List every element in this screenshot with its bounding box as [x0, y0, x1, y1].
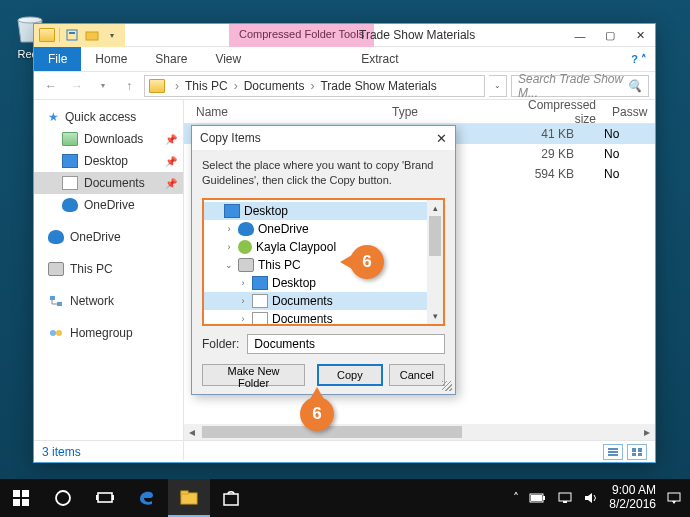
- dialog-hint: Select the place where you want to copy …: [192, 150, 455, 196]
- location-tree: Desktop ›OneDrive ›Kayla Claypool ⌄This …: [202, 198, 445, 326]
- col-name[interactable]: Name: [184, 105, 384, 119]
- ribbon-tabs: File Home Share View Extract ? ˄: [34, 47, 655, 72]
- address-dropdown[interactable]: ⌄: [489, 75, 507, 97]
- taskbar: ˄ 9:00 AM 8/2/2016: [0, 479, 690, 517]
- svg-rect-4: [50, 296, 55, 300]
- svg-point-19: [56, 491, 70, 505]
- nav-homegroup[interactable]: Homegroup: [34, 322, 183, 344]
- svg-rect-11: [632, 448, 636, 452]
- close-button[interactable]: ✕: [625, 24, 655, 47]
- tree-pc-documents2[interactable]: ›Documents: [204, 310, 443, 326]
- scroll-down-icon[interactable]: ▾: [427, 308, 443, 324]
- status-text: 3 items: [42, 445, 81, 459]
- nav-documents[interactable]: Documents📌: [34, 172, 183, 194]
- svg-rect-8: [608, 448, 618, 450]
- crumb-tradeshow[interactable]: Trade Show Materials: [320, 79, 436, 93]
- scroll-right-icon[interactable]: ▸: [639, 424, 655, 440]
- col-pass[interactable]: Passw: [604, 105, 644, 119]
- tree-scrollbar[interactable]: ▴ ▾: [427, 200, 443, 324]
- svg-rect-23: [181, 493, 197, 504]
- svg-rect-13: [632, 453, 636, 456]
- tab-file[interactable]: File: [34, 47, 81, 71]
- tray-chevron-icon[interactable]: ˄: [513, 491, 519, 505]
- tree-pc-documents[interactable]: ›Documents: [204, 292, 443, 310]
- window-title: Trade Show Materials: [359, 28, 475, 42]
- nav-onedrive-root[interactable]: OneDrive: [34, 226, 183, 248]
- scroll-up-icon[interactable]: ▴: [427, 200, 443, 216]
- svg-rect-12: [638, 448, 642, 452]
- maximize-button[interactable]: ▢: [595, 24, 625, 47]
- resize-grip-icon[interactable]: [442, 381, 452, 391]
- tree-desktop[interactable]: Desktop: [204, 202, 443, 220]
- svg-rect-17: [13, 499, 20, 506]
- search-icon: 🔍: [627, 79, 642, 93]
- svg-rect-3: [86, 32, 98, 40]
- scroll-thumb[interactable]: [202, 426, 462, 438]
- nav-desktop[interactable]: Desktop📌: [34, 150, 183, 172]
- explorer-taskbar-icon[interactable]: [168, 479, 210, 517]
- qat-newfolder-icon[interactable]: [82, 26, 102, 44]
- svg-rect-5: [57, 302, 62, 306]
- crumb-documents[interactable]: Documents: [244, 79, 305, 93]
- battery-icon[interactable]: [529, 492, 547, 504]
- cortana-button[interactable]: [42, 479, 84, 517]
- breadcrumb-bar[interactable]: › This PC › Documents › Trade Show Mater…: [144, 75, 485, 97]
- forward-button[interactable]: →: [66, 75, 88, 97]
- col-size[interactable]: Compressed size: [504, 98, 604, 126]
- taskview-button[interactable]: [84, 479, 126, 517]
- help-icon[interactable]: ? ˄: [631, 53, 647, 66]
- svg-rect-22: [112, 495, 114, 500]
- action-center-icon[interactable]: [666, 491, 682, 505]
- cancel-button[interactable]: Cancel: [389, 364, 445, 386]
- tab-view[interactable]: View: [201, 47, 255, 71]
- recent-dropdown[interactable]: ▾: [92, 75, 114, 97]
- qat-props-icon[interactable]: [62, 26, 82, 44]
- volume-icon[interactable]: [583, 491, 599, 505]
- nav-thispc[interactable]: This PC: [34, 258, 183, 280]
- horizontal-scrollbar[interactable]: ◂ ▸: [184, 424, 655, 440]
- nav-network[interactable]: Network: [34, 290, 183, 312]
- start-button[interactable]: [0, 479, 42, 517]
- tree-onedrive[interactable]: ›OneDrive: [204, 220, 443, 238]
- tab-share[interactable]: Share: [141, 47, 201, 71]
- dialog-close-button[interactable]: ✕: [436, 131, 447, 146]
- svg-rect-29: [559, 493, 571, 501]
- svg-rect-10: [608, 454, 618, 456]
- search-input[interactable]: Search Trade Show M... 🔍: [511, 75, 649, 97]
- nav-downloads[interactable]: Downloads📌: [34, 128, 183, 150]
- col-type[interactable]: Type: [384, 105, 504, 119]
- edge-icon[interactable]: [126, 479, 168, 517]
- svg-point-7: [56, 330, 62, 336]
- nav-pane: ★Quick access Downloads📌 Desktop📌 Docume…: [34, 100, 184, 460]
- qat-dropdown-icon[interactable]: ▾: [102, 26, 122, 44]
- tab-extract[interactable]: Extract: [347, 47, 412, 71]
- crumb-thispc[interactable]: This PC: [185, 79, 228, 93]
- pin-icon: 📌: [165, 134, 177, 145]
- nav-onedrive[interactable]: OneDrive: [34, 194, 183, 216]
- tab-home[interactable]: Home: [81, 47, 141, 71]
- tree-pc-desktop[interactable]: ›Desktop: [204, 274, 443, 292]
- copy-button[interactable]: Copy: [317, 364, 383, 386]
- make-new-folder-button[interactable]: Make New Folder: [202, 364, 305, 386]
- svg-rect-31: [668, 493, 680, 501]
- tree-kayla[interactable]: ›Kayla Claypool: [204, 238, 443, 256]
- view-icons-button[interactable]: [627, 444, 647, 460]
- svg-point-6: [50, 330, 56, 336]
- scroll-thumb[interactable]: [429, 216, 441, 256]
- svg-rect-2: [69, 32, 75, 34]
- minimize-button[interactable]: —: [565, 24, 595, 47]
- folder-input[interactable]: [247, 334, 445, 354]
- dialog-titlebar: Copy Items ✕: [192, 126, 455, 150]
- network-icon[interactable]: [557, 492, 573, 504]
- store-icon[interactable]: [210, 479, 252, 517]
- nav-quickaccess[interactable]: ★Quick access: [34, 106, 183, 128]
- scroll-left-icon[interactable]: ◂: [184, 424, 200, 440]
- back-button[interactable]: ←: [40, 75, 62, 97]
- clock[interactable]: 9:00 AM 8/2/2016: [609, 484, 656, 512]
- tree-thispc[interactable]: ⌄This PC: [204, 256, 443, 274]
- view-details-button[interactable]: [603, 444, 623, 460]
- svg-rect-9: [608, 451, 618, 453]
- svg-rect-18: [22, 499, 29, 506]
- svg-rect-24: [181, 491, 188, 494]
- up-button[interactable]: ↑: [118, 75, 140, 97]
